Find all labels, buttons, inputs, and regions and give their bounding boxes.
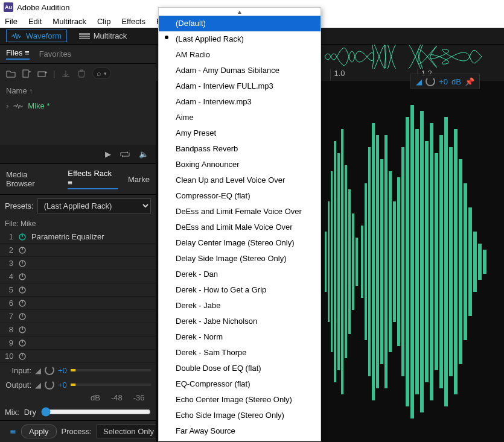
power-icon[interactable] xyxy=(18,339,27,347)
input-knob[interactable] xyxy=(45,365,54,375)
fx-slot-8[interactable]: 8 xyxy=(0,323,156,336)
preset-option[interactable]: Derek - Norm xyxy=(159,329,321,345)
level-knob[interactable] xyxy=(426,77,435,86)
preset-option[interactable]: Double Dose of EQ (flat) xyxy=(159,361,321,376)
fx-slot-number: 9 xyxy=(5,338,13,347)
power-icon[interactable] xyxy=(18,259,27,268)
open-file-icon[interactable] xyxy=(6,69,16,78)
play-icon[interactable]: ▶ xyxy=(105,150,111,159)
search-input[interactable]: ⌕ ▾ xyxy=(92,68,111,79)
fx-slot-2[interactable]: 2 xyxy=(0,244,156,257)
mix-slider[interactable] xyxy=(41,407,151,417)
apply-button[interactable]: Apply xyxy=(21,425,57,438)
power-icon[interactable] xyxy=(18,326,27,334)
preset-option[interactable]: Echo Side Image (Stereo Only) xyxy=(159,408,321,423)
preset-option[interactable]: DeEss and Limit Male Voice Over xyxy=(159,219,321,235)
output-gain-icon[interactable]: ◢ xyxy=(35,380,41,390)
col-name[interactable]: Name xyxy=(6,86,27,95)
preset-option[interactable]: Derek - Jabe xyxy=(159,298,321,314)
files-toolbar: | ⌕ ▾ xyxy=(0,64,156,83)
input-label: Input: xyxy=(5,366,31,375)
power-icon[interactable] xyxy=(18,246,27,254)
preset-option[interactable]: AM Radio xyxy=(159,47,321,63)
preset-option[interactable]: Adam - Interview.mp3 xyxy=(159,94,321,110)
preset-option[interactable]: Derek - Jabe Nicholson xyxy=(159,314,321,329)
power-icon[interactable] xyxy=(18,352,27,361)
db-scale: dB -48 -36 -24 xyxy=(0,392,156,403)
preset-option[interactable]: DeEss and Limit Female Voice Over xyxy=(159,204,321,219)
fx-slot-6[interactable]: 6 xyxy=(0,297,156,310)
fx-slot-7[interactable]: 7 xyxy=(0,310,156,323)
mode-waveform[interactable]: Waveform xyxy=(6,30,67,42)
tab-markers[interactable]: Marke xyxy=(128,175,150,184)
preset-option[interactable]: (Last Applied Rack) xyxy=(159,31,321,47)
preset-option[interactable]: Delay Center Image (Stereo Only) xyxy=(159,235,321,251)
preset-option[interactable]: Compressor-EQ (flat) xyxy=(159,188,321,204)
fx-slot-10[interactable]: 10 xyxy=(0,350,156,363)
left-panel: Files ≡ Favorites | ⌕ ▾ Name ↑ › Mike * … xyxy=(0,45,156,442)
record-icon[interactable] xyxy=(37,69,47,78)
tab-media-browser[interactable]: Media Browser xyxy=(6,170,58,188)
tab-effects-rack[interactable]: Effects Rack ≡ xyxy=(68,169,118,189)
file-row[interactable]: › Mike * xyxy=(0,99,156,113)
preset-option[interactable]: Derek - How to Get a Grip xyxy=(159,282,321,298)
level-indicator[interactable]: ◢ +0 dB 📌 xyxy=(410,74,480,89)
expand-icon[interactable]: › xyxy=(6,101,8,110)
fx-slot-9[interactable]: 9 xyxy=(0,336,156,350)
preset-option[interactable]: Far Away Source xyxy=(159,423,321,439)
preset-option[interactable]: Echo Center Image (Stereo Only) xyxy=(159,392,321,408)
output-knob[interactable] xyxy=(45,380,54,390)
svg-rect-59 xyxy=(464,183,467,340)
presets-dropdown[interactable]: (Last Applied Rack) xyxy=(37,198,151,213)
scroll-up-icon[interactable]: ▲ xyxy=(159,8,321,16)
power-icon[interactable] xyxy=(18,233,27,241)
preset-option[interactable]: Adam - Amy Dumas Sibilance xyxy=(159,63,321,78)
delete-icon[interactable] xyxy=(77,69,86,78)
preset-option[interactable]: Aime xyxy=(159,110,321,125)
list-icon[interactable]: ≣ xyxy=(10,427,16,436)
menu-multitrack[interactable]: Multitrack xyxy=(53,17,86,26)
fx-slot-3[interactable]: 3 xyxy=(0,257,156,270)
preset-option[interactable]: Derek - Sam Thorpe xyxy=(159,345,321,361)
svg-rect-55 xyxy=(444,117,448,406)
preset-option[interactable]: Bandpass Reverb xyxy=(159,141,321,157)
power-icon[interactable] xyxy=(18,286,27,294)
tab-files[interactable]: Files ≡ xyxy=(6,48,30,60)
pin-icon[interactable]: 📌 xyxy=(465,77,474,86)
menu-file[interactable]: File xyxy=(5,17,18,26)
menu-effects[interactable]: Effects xyxy=(121,17,145,26)
preset-option[interactable]: Boxing Announcer xyxy=(159,157,321,172)
input-gain-icon[interactable]: ◢ xyxy=(35,366,41,375)
mode-multitrack[interactable]: Multitrack xyxy=(74,30,132,42)
fx-slot-4[interactable]: 4 xyxy=(0,270,156,283)
fx-slot-1[interactable]: 1Parametric Equalizer xyxy=(0,230,156,244)
svg-rect-3 xyxy=(23,70,28,77)
tab-favorites[interactable]: Favorites xyxy=(39,49,71,58)
loop-icon[interactable] xyxy=(120,150,130,159)
power-icon[interactable] xyxy=(18,312,27,321)
svg-rect-2 xyxy=(79,38,90,39)
output-row: Output: ◢ +0 xyxy=(0,377,156,392)
preset-option[interactable]: EQ-Compressor (flat) xyxy=(159,376,321,392)
preset-option[interactable]: Guitar Delay xyxy=(159,439,321,441)
fx-slot-5[interactable]: 5 xyxy=(0,283,156,297)
svg-rect-42 xyxy=(384,135,388,388)
volume-icon[interactable]: 🔈 xyxy=(139,150,148,159)
input-value[interactable]: +0 xyxy=(58,366,67,375)
preset-option[interactable]: Clean Up and Level Voice Over xyxy=(159,172,321,188)
svg-rect-1 xyxy=(79,36,90,37)
menu-clip[interactable]: Clip xyxy=(97,17,110,26)
preset-option[interactable]: Delay Side Image (Stereo Only) xyxy=(159,251,321,267)
presets-menu[interactable]: ▲ (Default)(Last Applied Rack)AM RadioAd… xyxy=(158,7,321,441)
insert-icon[interactable] xyxy=(61,69,71,78)
preset-option[interactable]: Amy Preset xyxy=(159,125,321,141)
svg-rect-52 xyxy=(430,123,433,400)
new-file-icon[interactable] xyxy=(22,69,31,78)
output-value[interactable]: +0 xyxy=(58,380,67,390)
preset-option[interactable]: Derek - Dan xyxy=(159,267,321,282)
power-icon[interactable] xyxy=(18,273,27,281)
preset-option[interactable]: Adam - Interview FULL.mp3 xyxy=(159,78,321,94)
power-icon[interactable] xyxy=(18,299,27,308)
preset-option[interactable]: (Default) xyxy=(159,16,321,31)
menu-edit[interactable]: Edit xyxy=(28,17,42,26)
